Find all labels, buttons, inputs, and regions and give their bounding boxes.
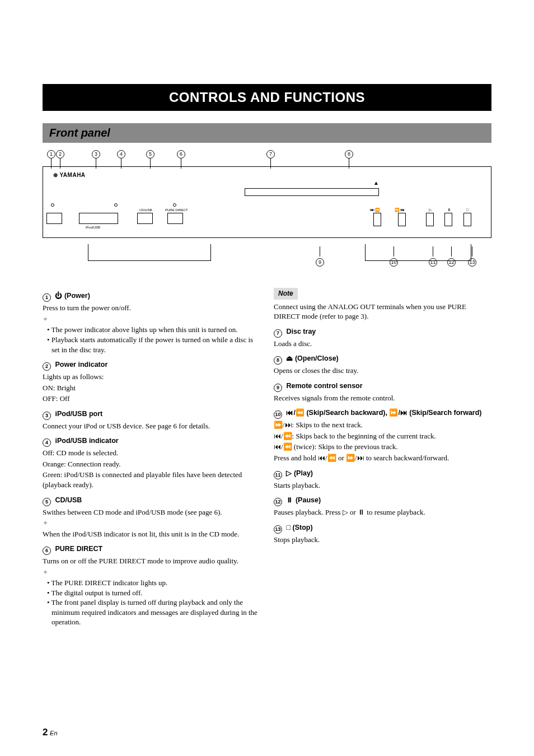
item-10-line: ⏮/⏪: Skips back to the beginning of the … <box>274 431 491 441</box>
item-2-line: Lights up as follows: <box>43 372 260 382</box>
front-panel-diagram: 12345678 ⊛ YAMAHA iPod/USB CD/USB PURE D… <box>43 148 491 269</box>
note-label: Note <box>274 288 298 299</box>
item-1-bullets: The power indicator above lights up when… <box>43 325 260 354</box>
item-13-body: Stops playback. <box>274 535 491 545</box>
cd-usb-button[interactable] <box>137 213 153 224</box>
ipod-usb-port[interactable] <box>79 213 118 224</box>
item-6-body: Turns on or off the PURE DIRECT mode to … <box>43 556 260 566</box>
right-column: NoteConnect using the ANALOG OUT termina… <box>274 286 491 627</box>
item-1-body: Press to turn the power on/off. <box>43 303 260 313</box>
power-button[interactable] <box>46 213 62 224</box>
callout-5: 5 <box>146 150 154 158</box>
ipod-usb-label: iPod/USB <box>86 225 100 230</box>
bracket-left <box>88 244 211 261</box>
ipod-usb-indicator-led <box>114 203 118 207</box>
tip-icon <box>43 314 260 324</box>
item-11-icon: ▷ <box>286 469 292 477</box>
main-title: CONTROLS AND FUNCTIONS <box>43 84 491 111</box>
cd-usb-label: CD/USB <box>139 208 152 212</box>
item-4-line: Orange: Connection ready. <box>43 459 260 469</box>
item-5-body: Swithes between CD mode and iPod/USB mod… <box>43 507 260 517</box>
item-10-head: 10 ⏮/⏪ (Skip/Search backward), ⏩/⏭ (Skip… <box>274 408 491 419</box>
item-4-head: 4 iPod/USB indicator <box>43 436 260 447</box>
pause-button[interactable] <box>444 213 452 226</box>
callout-4: 4 <box>117 150 125 158</box>
item-8-icon: ⏏ <box>286 354 293 362</box>
pure-direct-button[interactable] <box>167 213 183 224</box>
item-10-line: ⏮/⏪ (twice): Skips to the previous track… <box>274 442 491 452</box>
item-3-head: 3 iPod/USB port <box>43 409 260 420</box>
item-6-head: 6 PURE DIRECT <box>43 544 260 555</box>
item-1-icon: ⏻ <box>55 292 62 300</box>
item-12-head: 12 ⏸ (Pause) <box>274 496 491 506</box>
stop-button[interactable] <box>463 213 471 226</box>
callout-11: 11 <box>429 258 437 267</box>
callout-1: 1 <box>47 150 55 158</box>
device-outline: ⊛ YAMAHA iPod/USB CD/USB PURE DIRECT ▲ ⏮… <box>43 166 491 238</box>
item-10-line: Press and hold ⏮/⏪ or ⏩/⏭ to search back… <box>274 453 491 463</box>
item-7-head: 7 Disc tray <box>274 327 491 338</box>
item-12-icon: ⏸ <box>286 496 293 504</box>
item-5-tip: When the iPod/USB indicator is not lit, … <box>43 529 260 539</box>
disc-tray[interactable] <box>245 188 379 196</box>
item-9-body: Receives signals from the remote control… <box>274 393 491 403</box>
item-9-head: 9 Remote control sensor <box>274 381 491 392</box>
pure-direct-label: PURE DIRECT <box>165 208 188 212</box>
item-12-body: Pauses playback. Press ▷ or ⏸ to resume … <box>274 507 491 517</box>
play-button[interactable] <box>426 213 434 226</box>
item-13-head: 13 □ (Stop) <box>274 523 491 534</box>
eject-icon: ▲ <box>373 179 379 187</box>
item-8-head: 8 ⏏ (Open/Close) <box>274 354 491 365</box>
item-3-body: Connect your iPod or USB device. See pag… <box>43 421 260 431</box>
item-2-line: ON: Bright <box>43 383 260 393</box>
callout-12: 12 <box>447 258 456 267</box>
item-10-line: ⏩/⏭: Skips to the next track. <box>274 420 491 430</box>
power-indicator-led <box>51 203 54 207</box>
tip-icon <box>43 567 260 577</box>
item-2-head: 2 Power indicator <box>43 360 260 371</box>
callout-7: 7 <box>266 150 275 158</box>
item-8-body: Opens or closes the disc tray. <box>274 366 491 376</box>
item-11-body: Starts playback. <box>274 480 491 491</box>
item-2-line: OFF: Off <box>43 394 260 404</box>
tip-icon <box>43 518 260 528</box>
item-4-line: Off: CD mode is selected. <box>43 448 260 458</box>
callout-10: 10 <box>390 258 398 267</box>
item-5-head: 5 CD/USB <box>43 496 260 506</box>
item-4-line: Green: iPod/USB is connected and playabl… <box>43 470 260 489</box>
callout-3: 3 <box>92 150 100 158</box>
item-7-body: Loads a disc. <box>274 339 491 349</box>
left-column: 1 ⏻ (Power)Press to turn the power on/of… <box>43 286 260 627</box>
item-1-head: 1 ⏻ (Power) <box>43 291 260 302</box>
callout-9: 9 <box>316 258 324 267</box>
brand-logo: ⊛ YAMAHA <box>53 171 86 179</box>
callout-8: 8 <box>345 150 353 158</box>
callout-2: 2 <box>56 150 64 158</box>
section-title: Front panel <box>43 123 491 143</box>
item-11-head: 11 ▷ (Play) <box>274 469 491 479</box>
skip-back-button[interactable] <box>373 213 381 226</box>
note-body: Connect using the ANALOG OUT terminals w… <box>274 302 491 321</box>
skip-fwd-button[interactable] <box>398 213 406 226</box>
callout-6: 6 <box>177 150 185 158</box>
item-6-bullets: The PURE DIRECT indicator lights up.The … <box>43 578 260 627</box>
item-13-icon: □ <box>286 524 291 531</box>
callout-13: 13 <box>468 258 476 267</box>
pure-direct-indicator-led <box>173 203 176 207</box>
